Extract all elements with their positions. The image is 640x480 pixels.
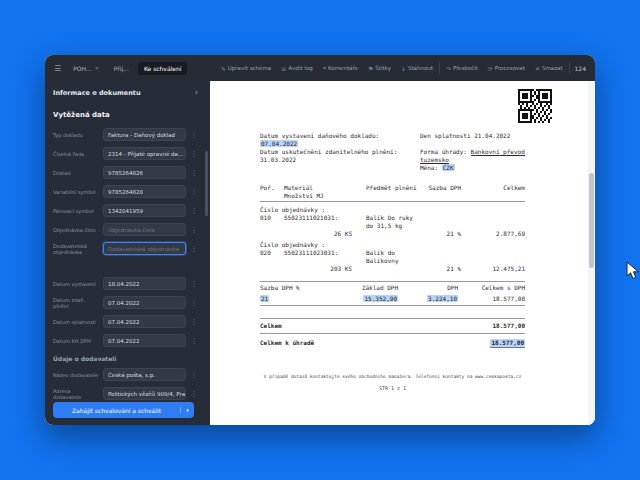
- extracted-data-title: Vytěžená data: [53, 111, 198, 119]
- tags-button[interactable]: ⚑ Štítky: [364, 62, 395, 75]
- vat-summary: Sazba DPH % Základ DPH DPH Celkem s DPH …: [260, 281, 525, 306]
- field-menu-icon[interactable]: ⋮: [190, 169, 198, 177]
- field-datum-kh-dph: Datum KH DPH 07.04.2022 ⋮: [53, 334, 198, 347]
- page-indicator: STR 1 z 1: [260, 384, 525, 392]
- toolbar-divider: [439, 62, 440, 74]
- field-variabilni-symbol: Variabilní symbol 9785264828 ⋮: [53, 185, 198, 198]
- invoice-footer-note: V případě dotazů kontaktujte svého obcho…: [260, 373, 525, 381]
- invoice-meta: Datum vystavení daňového dokladu: 07.04.…: [260, 132, 525, 172]
- start-approval-button[interactable]: Zahájit schvalování a schválit ▾: [53, 402, 194, 418]
- adresa-dodavatele-input[interactable]: Politických vězňů 909/4, Pra...: [103, 387, 186, 400]
- highlighted-currency: CZK: [442, 164, 455, 171]
- datum-vystaveni-input[interactable]: 18.04.2022: [103, 277, 186, 290]
- invoice-items-table: Poř. Materiál Předmět plnění Sazba DPH C…: [260, 184, 525, 273]
- field-dodavatelska-objednavka: Dodavatelská objednávka Dodavatelská obj…: [53, 242, 198, 255]
- topbar: ☰ POH... ✕ Přij... Ke schválení ✎ Upravi…: [45, 55, 595, 81]
- delete-button[interactable]: ✕ Smazat: [531, 62, 567, 75]
- variabilni-symbol-input[interactable]: 9785264828: [103, 185, 186, 198]
- audit-log-button[interactable]: ≡ Audit log: [277, 62, 317, 75]
- highlighted-vat-rate: 21: [260, 295, 269, 302]
- comments-button[interactable]: ❝ Komentáře: [319, 62, 362, 75]
- field-objednavka-cislo: Objednávka číslo Objednávka číslo ⋮: [53, 223, 198, 236]
- field-nazev-dodavatele: Název dodavatele Česká pošta, s.p. ⋮: [53, 368, 198, 381]
- field-doklad: Doklad 9785264826 ⋮: [53, 166, 198, 179]
- field-menu-icon[interactable]: ⋮: [190, 299, 198, 307]
- tab-label: POH...: [73, 65, 91, 72]
- total-row: Celkem 18.577,00: [260, 318, 525, 334]
- field-menu-icon[interactable]: ⋮: [190, 150, 198, 158]
- field-menu-icon[interactable]: ⋮: [190, 188, 198, 196]
- field-datum-vystaveni: Datum vystavení 18.04.2022 ⋮: [53, 277, 198, 290]
- invoice-page: Datum vystavení daňového dokladu: 07.04.…: [260, 81, 525, 392]
- field-menu-icon[interactable]: ⋮: [190, 337, 198, 345]
- typ-dokladu-input[interactable]: Faktura - Daňový doklad: [103, 128, 186, 141]
- menu-icon[interactable]: ☰: [51, 64, 64, 73]
- tab-poh[interactable]: POH... ✕: [67, 62, 105, 75]
- field-datum-splatnosti: Datum splatnosti 07.04.2022 ⋮: [53, 315, 198, 328]
- field-parovaci-symbol: Párovací symbol 1342041959 ⋮: [53, 204, 198, 217]
- download-button[interactable]: ↓ Stáhnout: [397, 62, 437, 75]
- due-total-row: Celkem k úhradě 18.577,00: [260, 336, 525, 351]
- document-scrollbar-thumb[interactable]: [589, 173, 594, 268]
- highlighted-due-total: 18.577,00: [490, 339, 525, 348]
- field-menu-icon[interactable]: ⋮: [190, 371, 198, 379]
- spacer: [53, 261, 198, 277]
- tab-prij[interactable]: Přij...: [108, 62, 135, 75]
- tag-icon: ⚑: [368, 65, 373, 72]
- supplier-section-title: Údaje o dodavateli: [53, 355, 198, 362]
- mouse-cursor: [626, 261, 640, 281]
- datum-splatnosti-input[interactable]: 07.04.2022: [103, 315, 186, 328]
- close-icon[interactable]: ✕: [95, 65, 99, 71]
- field-menu-icon[interactable]: ⋮: [190, 226, 198, 234]
- field-adresa-dodavatele: Adresa dodavatele Politických vězňů 909/…: [53, 387, 198, 400]
- skip-button[interactable]: ↷ Přeskočit: [442, 62, 482, 75]
- document-viewer: Datum vystavení daňového dokladu: 07.04.…: [210, 81, 595, 425]
- datum-kh-dph-input[interactable]: 07.04.2022: [103, 334, 186, 347]
- field-ciselna-rada: Číselná řada 2314 - Přijaté opravné da..…: [53, 147, 198, 160]
- chevron-down-icon[interactable]: ▾: [180, 407, 194, 413]
- sidebar-scrollbar[interactable]: [205, 151, 208, 216]
- toolbar-divider: [569, 62, 570, 74]
- document-info-sidebar: Informace o dokumentu › Vytěžená data Ty…: [45, 81, 210, 425]
- parovaci-symbol-input[interactable]: 1342041959: [103, 204, 186, 217]
- list-icon: ≡: [281, 65, 286, 72]
- datum-zdan-plneni-input[interactable]: 07.04.2022: [103, 296, 186, 309]
- highlighted-vat-amount: 3.224,10: [427, 295, 458, 302]
- field-menu-icon[interactable]: ⋮: [190, 280, 198, 288]
- comment-icon: ❝: [323, 65, 326, 72]
- field-datum-zdan-plneni: Datum zdaň. plnění 07.04.2022 ⋮: [53, 296, 198, 309]
- field-menu-icon[interactable]: ⋮: [190, 318, 198, 326]
- field-menu-icon[interactable]: ⋮: [190, 245, 198, 253]
- tab-label: Ke schválení: [144, 65, 182, 72]
- table-row: Číslo objednávky : 010 55023111021031: B…: [260, 206, 525, 238]
- document-counter: 124: [572, 65, 589, 72]
- process-button[interactable]: ⟳ Procesovat: [484, 62, 529, 75]
- delete-icon: ✕: [535, 65, 540, 72]
- dodavatelska-objednavka-input[interactable]: Dodavatelská objednávka: [103, 242, 186, 255]
- chevron-right-icon: ›: [195, 88, 198, 97]
- tab-ke-schvaleni[interactable]: Ke schválení: [138, 62, 188, 75]
- edit-icon: ✎: [221, 65, 226, 72]
- field-menu-icon[interactable]: ⋮: [190, 131, 198, 139]
- edit-schema-button[interactable]: ✎ Upravit schéma: [217, 62, 275, 75]
- sidebar-header[interactable]: Informace o dokumentu ›: [53, 88, 198, 97]
- nazev-dodavatele-input[interactable]: Česká pošta, s.p.: [103, 368, 186, 381]
- toolbar-actions: ✎ Upravit schéma ≡ Audit log ❝ Komentáře…: [217, 62, 589, 75]
- field-typ-dokladu: Typ dokladu Faktura - Daňový doklad ⋮: [53, 128, 198, 141]
- objednavka-cislo-input[interactable]: Objednávka číslo: [103, 223, 186, 236]
- doklad-input[interactable]: 9785264826: [103, 166, 186, 179]
- field-menu-icon[interactable]: ⋮: [190, 207, 198, 215]
- highlighted-issue-date: 07.04.2022: [260, 140, 298, 147]
- table-header: Poř. Materiál Předmět plnění Sazba DPH C…: [260, 184, 525, 202]
- ciselna-rada-input[interactable]: 2314 - Přijaté opravné da...: [103, 147, 186, 160]
- skip-icon: ↷: [446, 65, 451, 72]
- tab-label: Přij...: [114, 65, 129, 72]
- highlighted-vat-base: 15.352,90: [363, 295, 398, 302]
- table-row: Číslo objednávky : 020 55023111023031: B…: [260, 241, 525, 273]
- field-menu-icon[interactable]: ⋮: [190, 390, 198, 398]
- app-window: ☰ POH... ✕ Přij... Ke schválení ✎ Upravi…: [45, 55, 595, 425]
- process-icon: ⟳: [488, 65, 493, 72]
- download-icon: ↓: [401, 65, 406, 72]
